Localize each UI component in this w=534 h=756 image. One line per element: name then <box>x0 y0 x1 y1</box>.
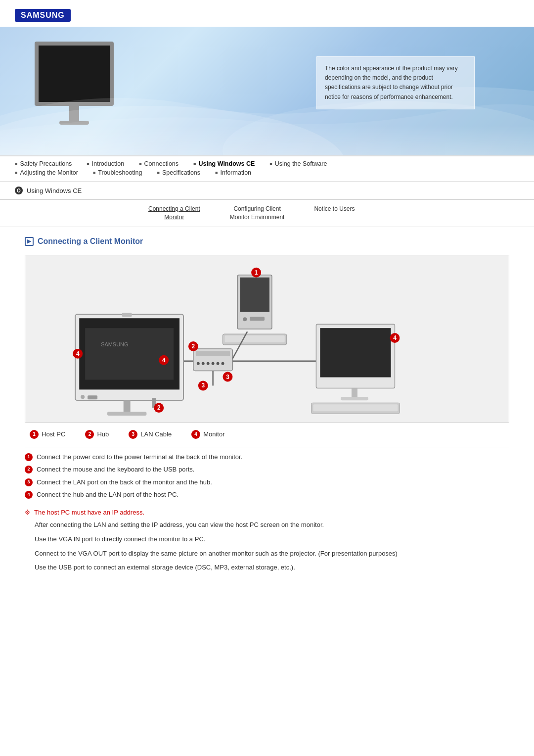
info-para-4: Use the USB port to connect an external … <box>35 563 509 573</box>
instruction-item-3: 3 Connect the LAN port on the back of th… <box>25 477 509 487</box>
legend-lan-cable: 3 LAN Cable <box>129 430 172 439</box>
svg-point-33 <box>81 395 85 399</box>
legend-badge-2: 2 <box>85 430 94 439</box>
sub-nav-notice[interactable]: Notice to Users <box>314 205 355 222</box>
nav-introduction[interactable]: Introduction <box>87 160 124 167</box>
instruction-item-4: 4 Connect the hub and the LAN port of th… <box>25 490 509 500</box>
svg-point-13 <box>197 362 200 365</box>
legend-row: 1 Host PC 2 Hub 3 LAN Cable 4 Monitor <box>25 430 509 439</box>
svg-rect-34 <box>88 395 97 399</box>
svg-text:3: 3 <box>201 382 205 389</box>
svg-text:1: 1 <box>255 269 258 276</box>
svg-text:2: 2 <box>192 342 195 349</box>
legend-label-2: Hub <box>97 430 109 438</box>
svg-point-17 <box>217 362 220 365</box>
monitor-base <box>59 121 89 125</box>
instr-text-1: Connect the power cord to the power term… <box>37 452 242 462</box>
instruction-item-2: 2 Connect the mouse and the keyboard to … <box>25 465 509 474</box>
instruction-item-1: 1 Connect the power cord to the power te… <box>25 452 509 462</box>
svg-rect-43 <box>313 404 398 411</box>
main-content: ▶ Connecting a Client Monitor 1 <box>0 227 534 598</box>
svg-point-18 <box>222 362 224 365</box>
instr-text-3: Connect the LAN port on the back of the … <box>37 477 212 487</box>
instr-text-2: Connect the mouse and the keyboard to th… <box>37 465 194 474</box>
legend-badge-1: 1 <box>30 430 39 439</box>
svg-point-16 <box>212 362 215 365</box>
section-heading: ▶ Connecting a Client Monitor <box>25 237 509 246</box>
instr-badge-1: 1 <box>25 453 33 461</box>
svg-point-14 <box>202 362 205 365</box>
svg-rect-12 <box>196 351 230 356</box>
legend-monitor: 4 Monitor <box>191 430 224 439</box>
diagram-svg: 1 2 3 <box>25 255 509 423</box>
nav-troubleshooting[interactable]: Troubleshooting <box>93 169 142 176</box>
svg-text:4: 4 <box>76 350 80 357</box>
svg-rect-35 <box>122 313 132 317</box>
legend-host-pc: 1 Host PC <box>30 430 65 439</box>
svg-rect-31 <box>124 400 131 413</box>
nav-connections[interactable]: Connections <box>139 160 178 167</box>
svg-text:3: 3 <box>226 373 229 380</box>
note-mark: ※ <box>25 508 30 518</box>
info-para-3: Connect to the VGA OUT port to display t… <box>35 549 509 559</box>
hero-gradient-overlay <box>0 126 534 155</box>
sub-navigation: Connecting a ClientMonitor Configuring C… <box>0 200 534 227</box>
sub-nav-configuring[interactable]: Configuring ClientMonitor Environment <box>230 205 285 222</box>
nav-row-2: Adjusting the Monitor Troubleshooting Sp… <box>15 169 519 176</box>
svg-text:4: 4 <box>393 334 397 341</box>
navigation-area: Safety Precautions Introduction Connecti… <box>0 155 534 182</box>
diagram-area: 1 2 3 <box>25 255 509 423</box>
info-para-2: Use the VGA IN port to directly connect … <box>35 534 509 545</box>
header: SAMSUNG <box>0 0 534 27</box>
svg-rect-29 <box>85 328 174 379</box>
instructions-list: 1 Connect the power cord to the power te… <box>25 452 509 500</box>
legend-badge-4: 4 <box>191 430 200 439</box>
monitor-screen <box>35 42 114 106</box>
nav-adjusting-monitor[interactable]: Adjusting the Monitor <box>15 169 78 176</box>
hero-disclaimer-box: The color and appearance of the product … <box>316 56 475 109</box>
samsung-logo: SAMSUNG <box>15 9 71 22</box>
svg-point-5 <box>243 317 247 321</box>
svg-text:2: 2 <box>157 404 161 411</box>
sub-nav-connecting[interactable]: Connecting a ClientMonitor <box>148 205 200 222</box>
note-text: The host PC must have an IP address. <box>34 508 144 518</box>
svg-rect-8 <box>225 335 285 342</box>
svg-point-15 <box>207 362 210 365</box>
monitor-stand <box>69 106 79 121</box>
instr-badge-4: 4 <box>25 491 33 499</box>
legend-hub: 2 Hub <box>85 430 109 439</box>
legend-badge-3: 3 <box>129 430 137 439</box>
nav-information[interactable]: Information <box>215 169 251 176</box>
instr-text-4: Connect the hub and the LAN port of the … <box>37 490 178 500</box>
nav-row-1: Safety Precautions Introduction Connecti… <box>15 160 519 167</box>
nav-using-windows-ce[interactable]: Using Windows CE <box>193 160 255 167</box>
hero-disclaimer-text: The color and appearance of the product … <box>325 65 458 100</box>
page-title-bar: O Using Windows CE <box>0 182 534 200</box>
section-heading-icon: ▶ <box>25 237 34 246</box>
nav-specifications[interactable]: Specifications <box>157 169 201 176</box>
svg-rect-6 <box>250 317 265 321</box>
svg-rect-39 <box>320 328 391 377</box>
svg-rect-32 <box>107 412 147 416</box>
legend-label-1: Host PC <box>42 430 65 438</box>
page-title-icon: O <box>15 187 23 194</box>
svg-rect-40 <box>352 388 357 398</box>
info-para-1: After connecting the LAN and setting the… <box>35 520 509 530</box>
svg-rect-4 <box>240 277 269 312</box>
hero-banner: The color and appearance of the product … <box>0 27 534 155</box>
svg-text:SAMSUNG: SAMSUNG <box>101 341 128 347</box>
instr-badge-3: 3 <box>25 478 33 486</box>
divider-1 <box>25 447 509 447</box>
section-heading-text: Connecting a Client Monitor <box>38 237 143 246</box>
note-item: ※ The host PC must have an IP address. <box>25 508 509 518</box>
page-title: Using Windows CE <box>27 187 82 194</box>
nav-safety-precautions[interactable]: Safety Precautions <box>15 160 72 167</box>
svg-rect-41 <box>341 397 368 400</box>
svg-text:4: 4 <box>162 356 166 363</box>
legend-label-3: LAN Cable <box>140 430 172 438</box>
info-block: After connecting the LAN and setting the… <box>25 520 509 573</box>
legend-label-4: Monitor <box>203 430 224 438</box>
instr-badge-2: 2 <box>25 466 33 473</box>
nav-using-software[interactable]: Using the Software <box>269 160 327 167</box>
